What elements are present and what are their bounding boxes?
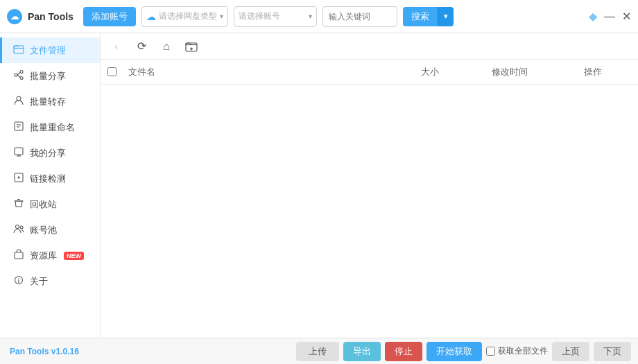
- sidebar-item-link-detect[interactable]: 链接检测: [0, 166, 100, 191]
- prev-page-button[interactable]: 上页: [552, 342, 589, 361]
- file-table: 文件名 大小 修改时间 操作: [101, 60, 638, 338]
- app-logo: ☁: [7, 9, 22, 24]
- start-fetch-button[interactable]: 开始获取: [426, 342, 482, 361]
- get-all-label[interactable]: 获取全部文件: [486, 345, 548, 357]
- svg-point-6: [17, 96, 21, 101]
- account-pool-label: 账号池: [30, 224, 57, 236]
- sidebar-item-recycle[interactable]: 回收站: [0, 191, 100, 217]
- table-body-empty: [101, 85, 638, 112]
- batch-rename-label: 批量重命名: [30, 121, 75, 134]
- refresh-button[interactable]: ⟳: [132, 37, 150, 55]
- batch-share-label: 批量分享: [30, 70, 66, 83]
- search-dropdown-button[interactable]: ▾: [438, 7, 454, 26]
- account-chevron-icon: ▾: [309, 12, 312, 20]
- svg-point-15: [18, 278, 19, 279]
- app-title: Pan Tools: [28, 11, 74, 22]
- svg-point-13: [20, 226, 23, 229]
- recycle-label: 回收站: [30, 198, 57, 211]
- sidebar-item-file-manage[interactable]: 文件管理: [0, 37, 100, 63]
- search-btn-group: 搜索 ▾: [403, 7, 454, 26]
- svg-line-5: [17, 75, 20, 78]
- svg-rect-14: [15, 252, 23, 259]
- back-button[interactable]: ‹: [107, 37, 126, 55]
- col-name-header: 文件名: [128, 66, 395, 78]
- main-layout: 文件管理批量分享批量转存批量重命名我的分享链接检测回收站账号池资源库NEW关于 …: [0, 33, 638, 338]
- recycle-icon: [13, 198, 24, 211]
- sidebar-item-about[interactable]: 关于: [0, 268, 100, 294]
- file-toolbar: ‹ ⟳ ⌂: [101, 33, 638, 60]
- account-placeholder: 请选择账号: [239, 10, 306, 22]
- get-all-checkbox[interactable]: [486, 347, 495, 356]
- sidebar-item-account-pool[interactable]: 账号池: [0, 217, 100, 243]
- svg-line-4: [17, 73, 20, 76]
- resource-library-icon: [13, 249, 24, 262]
- sidebar: 文件管理批量分享批量转存批量重命名我的分享链接检测回收站账号池资源库NEW关于: [0, 33, 101, 338]
- batch-rename-icon: [13, 121, 24, 134]
- sidebar-item-resource-library[interactable]: 资源库NEW: [0, 243, 100, 268]
- footer-actions: 上传 导出 停止 开始获取 获取全部文件 上页 下页: [296, 342, 631, 361]
- col-size-header: 大小: [395, 66, 465, 78]
- upload-button[interactable]: 上传: [296, 342, 339, 361]
- select-all-checkbox[interactable]: [107, 67, 117, 76]
- file-manage-label: 文件管理: [30, 44, 66, 57]
- about-label: 关于: [30, 275, 48, 288]
- account-select[interactable]: 请选择账号 ▾: [234, 6, 317, 27]
- footer: Pan Tools v1.0.16 上传 导出 停止 开始获取 获取全部文件 上…: [0, 338, 638, 364]
- resource-library-badge: NEW: [64, 252, 84, 260]
- close-button[interactable]: ✕: [622, 10, 631, 23]
- account-pool-icon: [13, 223, 24, 236]
- table-header: 文件名 大小 修改时间 操作: [101, 60, 638, 85]
- batch-transfer-icon: [13, 95, 24, 108]
- cloud-select-icon: ☁: [146, 11, 156, 22]
- my-share-label: 我的分享: [30, 147, 66, 159]
- svg-point-12: [16, 225, 19, 229]
- diamond-icon[interactable]: ◆: [589, 10, 597, 23]
- about-icon: [13, 275, 24, 288]
- batch-transfer-label: 批量转存: [30, 96, 66, 108]
- sidebar-item-batch-share[interactable]: 批量分享: [0, 63, 100, 89]
- resource-library-label: 资源库: [30, 250, 57, 262]
- add-account-button[interactable]: 添加账号: [83, 7, 136, 26]
- my-share-icon: [13, 146, 24, 159]
- sidebar-item-my-share[interactable]: 我的分享: [0, 140, 100, 166]
- stop-button[interactable]: 停止: [385, 342, 422, 361]
- drive-type-placeholder: 请选择网盘类型: [159, 10, 217, 22]
- svg-rect-0: [14, 46, 24, 53]
- chevron-down-icon: ▾: [220, 12, 223, 20]
- file-manage-icon: [13, 44, 24, 57]
- new-folder-button[interactable]: [182, 37, 200, 55]
- home-button[interactable]: ⌂: [157, 37, 175, 55]
- version-label: Pan Tools v1.0.16: [7, 347, 79, 356]
- svg-point-1: [20, 71, 23, 73]
- search-input[interactable]: [329, 12, 391, 21]
- col-time-header: 修改时间: [465, 66, 555, 78]
- svg-point-3: [15, 73, 17, 76]
- drive-type-select[interactable]: ☁ 请选择网盘类型 ▾: [141, 6, 228, 27]
- sidebar-item-batch-transfer[interactable]: 批量转存: [0, 89, 100, 114]
- export-button[interactable]: 导出: [343, 342, 381, 361]
- link-detect-icon: [13, 172, 24, 185]
- sidebar-item-batch-rename[interactable]: 批量重命名: [0, 114, 100, 140]
- titlebar: ☁ Pan Tools 添加账号 ☁ 请选择网盘类型 ▾ 请选择账号 ▾ 搜索 …: [0, 0, 638, 33]
- search-input-wrap[interactable]: [322, 6, 397, 27]
- col-action-header: 操作: [555, 66, 631, 78]
- next-page-button[interactable]: 下页: [594, 342, 631, 361]
- titlebar-controls: ◆ — ✕: [589, 10, 631, 23]
- svg-point-2: [20, 77, 23, 80]
- svg-rect-10: [15, 148, 23, 155]
- minimize-button[interactable]: —: [604, 10, 615, 23]
- col-check-header[interactable]: [107, 67, 128, 76]
- svg-rect-7: [15, 122, 23, 130]
- cloud-icon: ☁: [10, 12, 19, 21]
- content-area: ‹ ⟳ ⌂ 文件名 大小 修改时间 操作: [101, 33, 638, 338]
- batch-share-icon: [13, 69, 24, 83]
- search-button[interactable]: 搜索: [403, 7, 438, 26]
- link-detect-label: 链接检测: [30, 173, 66, 185]
